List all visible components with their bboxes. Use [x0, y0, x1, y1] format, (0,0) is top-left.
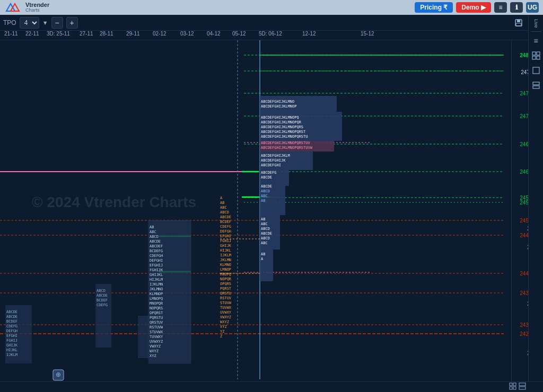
svg-text:TUVWXY: TUVWXY: [150, 335, 163, 339]
navbar: Vtrender Charts Pricing ₹ Demo ▶ ≡ ℹ UG: [0, 0, 543, 15]
save-button[interactable]: [512, 16, 525, 29]
chart-canvas[interactable]: © 2024 Vtrender Charts: [0, 40, 511, 381]
svg-text:EFGHIJ: EFGHIJ: [150, 263, 163, 268]
time-label-1212: 12-12: [302, 31, 316, 37]
bottom-layout-icon[interactable]: [519, 382, 526, 391]
svg-rect-157: [519, 383, 526, 386]
svg-text:ABCDEFGHI: ABCDEFGHI: [261, 163, 281, 167]
svg-text:LMNOP: LMNOP: [220, 268, 231, 272]
svg-rect-154: [513, 383, 516, 386]
sidebar-menu-icon[interactable]: ≡: [530, 35, 542, 47]
time-label-3d2511: 3D: 25-11: [47, 31, 70, 37]
chart-svg: ABCDE ABCDE BCDEF CDEFG DEFGH EFGHI FGHI…: [0, 40, 511, 381]
svg-text:NOPQR: NOPQR: [220, 277, 232, 281]
svg-text:ABCDE: ABCDE: [261, 175, 272, 180]
sidebar-grid-icon[interactable]: [530, 50, 542, 61]
time-label-2711: 27-11: [80, 31, 93, 37]
svg-text:TUVWX: TUVWX: [220, 306, 232, 310]
svg-text:ABCDEFGHIJKLM: ABCDEFGHIJKLM: [261, 154, 290, 158]
svg-text:MNOPQ: MNOPQ: [220, 272, 231, 277]
svg-text:JKLMN: JKLMN: [220, 258, 231, 262]
time-label-5d0612: 5D: 06-12: [259, 31, 282, 37]
svg-text:DEFGH: DEFGH: [6, 329, 17, 333]
tpo-label: TPO: [3, 19, 16, 26]
navbar-right: Pricing ₹ Demo ▶ ≡ ℹ UG: [415, 2, 539, 13]
svg-text:CDEFGH: CDEFGH: [150, 254, 163, 258]
time-label-0312: 03-12: [180, 31, 194, 37]
time-label-2811: 28-11: [100, 31, 113, 37]
svg-text:A: A: [220, 196, 223, 200]
svg-text:ABCDEFGHIJKLMNOPQRS: ABCDEFGHIJKLMNOPQRS: [261, 125, 303, 129]
svg-rect-155: [510, 387, 512, 389]
svg-text:IJKLMN: IJKLMN: [150, 282, 163, 287]
save-icon: [514, 19, 523, 27]
svg-text:FGHIJ: FGHIJ: [220, 239, 231, 243]
svg-text:ABCD: ABCD: [220, 210, 229, 215]
svg-text:UVWXYZ: UVWXYZ: [150, 340, 163, 344]
svg-text:FGHIJK: FGHIJK: [150, 268, 163, 272]
user-button[interactable]: UG: [526, 2, 539, 13]
time-label-2211: 22-11: [25, 31, 39, 37]
svg-rect-44: [138, 316, 148, 358]
svg-text:CDEFG: CDEFG: [97, 303, 108, 307]
svg-text:KLMNOP: KLMNOP: [150, 292, 163, 296]
svg-rect-148: [532, 56, 536, 59]
sidebar-window-icon[interactable]: [530, 65, 542, 76]
svg-text:EFGHI: EFGHI: [6, 334, 17, 338]
svg-text:ABCDE: ABCDE: [220, 215, 231, 219]
svg-rect-146: [532, 52, 536, 55]
svg-text:LMNOPQ: LMNOPQ: [150, 297, 163, 301]
svg-text:UVWXY: UVWXY: [220, 310, 232, 315]
svg-text:ABCDE: ABCDE: [6, 315, 17, 319]
svg-text:EFGHI: EFGHI: [220, 234, 231, 238]
svg-rect-152: [533, 86, 539, 88]
pricing-button[interactable]: Pricing ₹: [415, 2, 453, 13]
interval-select[interactable]: 4123: [20, 17, 39, 29]
increase-button[interactable]: +: [66, 17, 78, 29]
live-label: Live: [533, 19, 539, 28]
sidebar-layout-icon[interactable]: [530, 79, 542, 91]
svg-text:ABCDE: ABCDE: [261, 184, 272, 189]
svg-text:ABCDEFGHIJK: ABCDEFGHIJK: [261, 158, 286, 163]
svg-text:NOPQRS: NOPQRS: [150, 306, 163, 310]
svg-text:VWXYZ: VWXYZ: [150, 344, 161, 349]
svg-text:ABC: ABC: [220, 206, 227, 210]
time-label-1512: 15-12: [361, 31, 374, 37]
bottom-grid-icon[interactable]: [509, 382, 516, 391]
svg-text:ABCDEFG: ABCDEFG: [261, 171, 277, 175]
menu-button[interactable]: ≡: [494, 2, 507, 13]
svg-text:PQRST: PQRST: [220, 287, 232, 291]
time-label-2911: 29-11: [126, 31, 140, 37]
svg-text:BCDEF: BCDEF: [220, 220, 231, 224]
svg-text:QRSTUV: QRSTUV: [150, 320, 163, 325]
svg-rect-158: [519, 387, 526, 389]
svg-text:OPQRS: OPQRS: [220, 282, 231, 286]
svg-text:ABCDE: ABCDE: [150, 239, 161, 244]
svg-text:ABCD: ABCD: [261, 236, 270, 240]
bottom-bar: [0, 381, 543, 392]
svg-rect-104: [260, 96, 337, 112]
svg-rect-156: [513, 387, 516, 389]
svg-text:BCDEF: BCDEF: [97, 298, 108, 302]
svg-text:ABCDEFGHIJKLMNOPQ: ABCDEFGHIJKLMNOPQ: [261, 115, 299, 120]
info-button[interactable]: ℹ: [510, 2, 523, 13]
svg-text:STUVW: STUVW: [220, 301, 232, 305]
time-label-2111: 21-11: [4, 31, 18, 37]
main-area: © 2024 Vtrender Charts: [0, 40, 543, 381]
svg-rect-153: [510, 383, 512, 386]
svg-text:⊕: ⊕: [56, 371, 61, 378]
svg-text:ABC: ABC: [261, 194, 268, 198]
svg-marker-0: [6, 4, 15, 11]
demo-button[interactable]: Demo ▶: [456, 2, 491, 13]
time-axis: 21-11 22-11 3D: 25-11 27-11 28-11 29-11 …: [0, 31, 528, 40]
svg-text:YZ: YZ: [220, 329, 224, 334]
svg-text:CDEFG: CDEFG: [220, 225, 231, 229]
svg-rect-151: [533, 82, 539, 85]
svg-text:ABCDEFGHIJKLMNOP: ABCDEFGHIJKLMNOP: [261, 104, 296, 109]
svg-text:GHIJK: GHIJK: [6, 343, 18, 348]
svg-text:ABCDEFGHIJKLMNOPQRSTUVW: ABCDEFGHIJKLMNOPQRSTUVW: [261, 146, 313, 150]
svg-text:IJKLM: IJKLM: [6, 353, 17, 357]
decrease-button[interactable]: −: [51, 17, 63, 29]
svg-text:ABCDEFGHIJKLMNOPQR: ABCDEFGHIJKLMNOPQR: [261, 120, 302, 124]
svg-text:RSTUV: RSTUV: [220, 296, 232, 300]
